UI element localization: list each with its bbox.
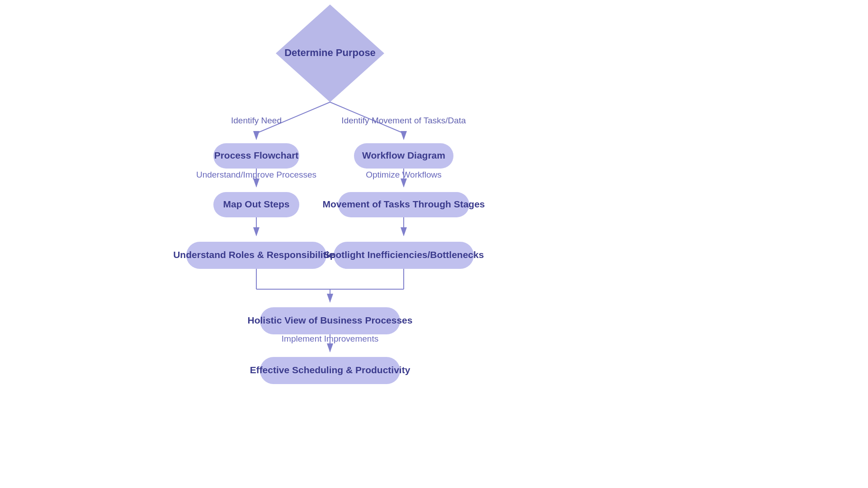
map-out-steps-label: Map Out Steps: [223, 199, 289, 209]
understand-roles-label: Understand Roles & Responsibilities: [173, 249, 340, 260]
workflow-diagram-label: Workflow Diagram: [362, 150, 445, 160]
identify-need-label: Identify Need: [231, 116, 282, 125]
spotlight-label: Spotlight Inefficiencies/Bottlenecks: [324, 249, 484, 260]
identify-movement-label: Identify Movement of Tasks/Data: [341, 116, 466, 125]
process-flowchart-label: Process Flowchart: [214, 150, 299, 160]
diagram-container: Determine Purpose Identify Need Identify…: [0, 0, 868, 488]
determine-purpose-label: Determine Purpose: [284, 47, 376, 58]
movement-tasks-label: Movement of Tasks Through Stages: [323, 199, 485, 209]
holistic-view-label: Holistic View of Business Processes: [248, 315, 413, 325]
effective-scheduling-label: Effective Scheduling & Productivity: [250, 365, 410, 375]
